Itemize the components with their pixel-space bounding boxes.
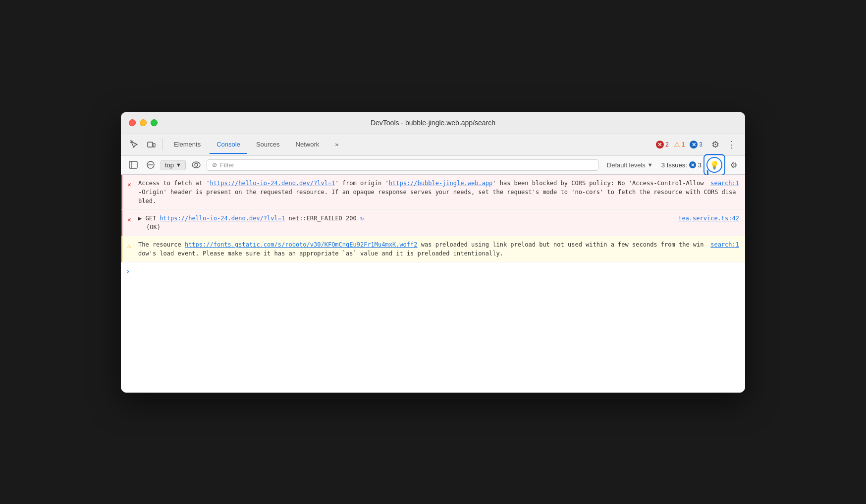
context-label: top	[165, 161, 174, 169]
source-link-3[interactable]: search:1	[710, 240, 739, 249]
levels-chevron-icon: ▼	[648, 162, 653, 168]
maximize-button[interactable]	[151, 119, 158, 126]
refresh-icon: ↻	[360, 215, 364, 222]
console-entry-get-error: ✕ tea.service.ts:42 ▶ GET https://hello-…	[121, 210, 745, 236]
fetch-url-link[interactable]: https://hello-io-24.deno.dev/?lvl=1	[210, 180, 335, 187]
warning-count: 1	[682, 141, 685, 148]
tab-console[interactable]: Console	[210, 136, 247, 154]
issues-badge: 3 Issues: ✕ 3	[661, 161, 702, 169]
select-element-button[interactable]	[127, 138, 142, 151]
svg-rect-3	[129, 161, 137, 168]
font-url-link[interactable]: https://fonts.gstatic.com/s/roboto/v30/K…	[185, 241, 418, 248]
traffic-lights	[129, 119, 158, 126]
info-badge: ✕ 3	[690, 141, 703, 149]
sidebar-toggle-button[interactable]	[126, 159, 141, 170]
cursor-icon	[130, 140, 139, 149]
main-toolbar: Elements Console Sources Network » ✕ 2 ⚠…	[121, 134, 745, 156]
tab-more[interactable]: »	[328, 136, 345, 154]
get-error-extra: (OK)	[138, 224, 161, 231]
tab-sources[interactable]: Sources	[249, 136, 287, 154]
font-warning-text: The resource https://fonts.gstatic.com/s…	[138, 241, 704, 257]
ai-button-wrapper: 💡	[706, 157, 722, 173]
filter-icon: ⊘	[212, 161, 217, 168]
badge-group: ✕ 2 ⚠ 1 ✕ 3	[656, 141, 703, 149]
tab-elements[interactable]: Elements	[167, 136, 208, 154]
error-icon-2: ✕	[127, 215, 131, 225]
error-icon-1: ✕	[127, 180, 131, 190]
toolbar-separator	[162, 139, 163, 151]
chevron-down-icon: ▼	[176, 162, 181, 168]
svg-rect-1	[148, 142, 153, 147]
prompt-arrow-icon: ›	[126, 267, 130, 275]
console-prompt[interactable]: ›	[121, 262, 745, 272]
minimize-button[interactable]	[140, 119, 147, 126]
clear-console-button[interactable]	[144, 159, 158, 170]
settings-button[interactable]: ⚙	[708, 137, 722, 152]
error-badge: ✕ 2	[656, 141, 669, 149]
title-bar: DevTools - bubble-jingle.web.app/search	[121, 112, 745, 134]
console-settings-button[interactable]: ⚙	[727, 159, 740, 171]
eye-icon	[192, 161, 201, 168]
console-toolbar: top ▼ ⊘ Filter Default levels ▼ 3 Issues…	[121, 156, 745, 175]
console-entry-font-warning: ⚠ search:1 The resource https://fonts.gs…	[121, 236, 745, 262]
svg-point-7	[192, 162, 200, 168]
console-entry-cors-error: ✕ search:1 Access to fetch at 'https://h…	[121, 175, 745, 210]
more-options-button[interactable]: ⋮	[724, 137, 739, 152]
warning-icon-1: ⚠	[127, 241, 131, 251]
error-count: 2	[665, 141, 669, 148]
devtools-window: DevTools - bubble-jingle.web.app/search …	[121, 112, 745, 393]
source-link-1[interactable]: search:1	[710, 179, 739, 188]
close-button[interactable]	[129, 119, 136, 126]
clear-icon	[147, 161, 155, 169]
device-icon	[147, 140, 156, 149]
issues-count: 3	[698, 161, 702, 169]
info-count: 3	[699, 141, 703, 148]
eye-button[interactable]	[189, 160, 204, 170]
issues-icon: ✕	[689, 161, 696, 168]
tab-network[interactable]: Network	[289, 136, 326, 154]
warning-badge: ⚠ 1	[674, 141, 685, 149]
device-toolbar-button[interactable]	[144, 138, 159, 151]
warning-icon: ⚠	[674, 141, 680, 149]
issues-label: 3 Issues:	[661, 161, 687, 169]
window-title: DevTools - bubble-jingle.web.app/search	[371, 119, 495, 127]
cors-error-text: Access to fetch at 'https://hello-io-24.…	[138, 180, 736, 204]
ai-insights-button[interactable]: 💡	[706, 157, 722, 173]
origin-link[interactable]: https://bubble-jingle.web.app	[389, 180, 493, 187]
info-icon: ✕	[690, 141, 698, 149]
svg-point-8	[195, 163, 198, 166]
error-icon: ✕	[656, 141, 664, 149]
filter-container: ⊘ Filter	[207, 159, 598, 171]
source-link-2[interactable]: tea.service.ts:42	[678, 214, 739, 223]
context-selector[interactable]: top ▼	[161, 160, 186, 170]
levels-label: Default levels	[607, 161, 646, 169]
filter-label: Filter	[220, 161, 234, 169]
get-error-text: ▶ GET https://hello-io-24.deno.dev/?lvl=…	[138, 215, 364, 222]
sidebar-icon	[129, 161, 138, 169]
default-levels-button[interactable]: Default levels ▼	[601, 159, 658, 171]
get-url-link[interactable]: https://hello-io-24.deno.dev/?lvl=1	[160, 215, 285, 222]
svg-rect-2	[153, 144, 155, 147]
console-content: ✕ search:1 Access to fetch at 'https://h…	[121, 175, 745, 393]
